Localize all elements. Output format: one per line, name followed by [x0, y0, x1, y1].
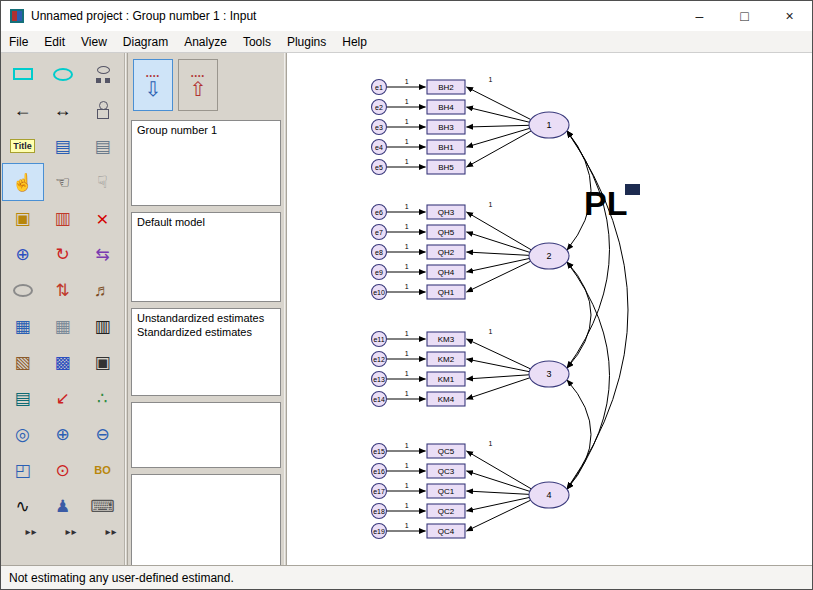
tool-path-diagram-outputs[interactable]: ∴: [83, 380, 123, 416]
tool-deselect-objects[interactable]: ☟: [83, 164, 123, 200]
tool-duplicate-objects[interactable]: ▣: [3, 200, 43, 236]
view-input-path-diagram-arrow-icon: ⇩: [145, 79, 162, 99]
tool-draw-unobserved-variable[interactable]: [43, 56, 83, 92]
menu-edit[interactable]: Edit: [36, 31, 73, 52]
tool-move-objects[interactable]: ▥: [43, 200, 83, 236]
tool-analysis-properties[interactable]: ▥: [83, 308, 123, 344]
tool-draw-observed-variable[interactable]: [3, 56, 43, 92]
menu-tools[interactable]: Tools: [235, 31, 279, 52]
tool-text-output[interactable]: ▤: [3, 380, 43, 416]
tool-magnify-region[interactable]: ⊙: [43, 452, 83, 488]
tool-add-unique-variable[interactable]: [83, 92, 123, 128]
indicator-label: BH1: [438, 143, 454, 152]
error-label: e15: [373, 448, 385, 455]
error-label: e10: [373, 289, 385, 296]
tool-save-diagram[interactable]: ▣: [83, 344, 123, 380]
menu-diagram[interactable]: Diagram: [115, 31, 176, 52]
tool-move-parameter-values[interactable]: ⊕: [3, 236, 43, 272]
menu-analyze[interactable]: Analyze: [176, 31, 235, 52]
tool-object-properties[interactable]: ▧: [3, 344, 43, 380]
tool-move-parameter[interactable]: [3, 272, 43, 308]
parameter-formats-list[interactable]: [131, 402, 281, 468]
toolbar-scroll-2[interactable]: ▸▸: [43, 524, 83, 560]
tool-zoom-in[interactable]: ⊕: [43, 416, 83, 452]
tool-list-variables-in-model[interactable]: ▤: [43, 128, 83, 164]
tool-resize-to-page[interactable]: ◎: [3, 416, 43, 452]
menu-plugins[interactable]: Plugins: [279, 31, 334, 52]
indicator-label: KM3: [438, 335, 455, 344]
tool-palette: ←↔Title▤▤☝☜☟▣▥×⊕↻⇆⇅♬▦▦▥▧▩▣▤↙∴◎⊕⊖◰⊙BO∿♟⌨▸…: [1, 53, 125, 565]
groups-list[interactable]: Group number 1: [131, 120, 281, 206]
path-diagram-outputs-icon: ∴: [97, 390, 108, 407]
computation-summary-list[interactable]: [131, 474, 281, 568]
tool-touch-up[interactable]: ♬: [83, 272, 123, 308]
toolbar-scroll-3[interactable]: ▸▸: [83, 524, 123, 560]
pl-logo-badge: [625, 184, 640, 195]
weight-label: 1: [405, 263, 409, 270]
title-bar: Unnamed project : Group number 1 : Input…: [1, 1, 812, 31]
error-label: e9: [375, 269, 383, 276]
move-parameter-values-icon: ⊕: [15, 246, 29, 263]
weight-label: 1: [489, 328, 493, 335]
weight-label: 1: [405, 78, 409, 85]
duplicate-objects-icon: ▣: [14, 210, 30, 227]
covariance-2-3[interactable]: [567, 262, 591, 368]
models-list-item[interactable]: Default model: [132, 215, 280, 229]
estimates-list-item[interactable]: Unstandardized estimates: [132, 311, 280, 325]
minimize-button[interactable]: –: [677, 1, 722, 31]
app-icon: [10, 9, 24, 23]
tool-select-data-files[interactable]: ▦: [3, 308, 43, 344]
tool-figure-title[interactable]: Title: [3, 128, 43, 164]
tool-scroll-diagram[interactable]: ⇅: [43, 272, 83, 308]
indicator-label: QC2: [438, 507, 455, 516]
indicator-label: BH2: [438, 83, 454, 92]
erase-objects-icon: ×: [96, 208, 108, 229]
tool-copy-to-clipboard[interactable]: ↙: [43, 380, 83, 416]
tool-zoom-out[interactable]: ⊖: [83, 416, 123, 452]
tool-reflect-indicators[interactable]: ⇆: [83, 236, 123, 272]
groups-list-item[interactable]: Group number 1: [132, 123, 280, 137]
covariance-3-4[interactable]: [567, 380, 591, 489]
toolbar-scroll-1[interactable]: ▸▸: [3, 524, 43, 560]
menu-view[interactable]: View: [73, 31, 115, 52]
estimates-list-item[interactable]: Standardized estimates: [132, 325, 280, 339]
analysis-properties-icon: ▥: [94, 318, 110, 335]
close-button[interactable]: ×: [767, 1, 812, 31]
indicator-label: QH3: [438, 208, 455, 217]
tool-select-all-objects[interactable]: ☜: [43, 164, 83, 200]
tool-print[interactable]: ⌨: [83, 488, 123, 524]
tool-define-estimand[interactable]: ∿: [3, 488, 43, 524]
tool-rotate-indicators[interactable]: ↻: [43, 236, 83, 272]
tool-bayesian-estimation[interactable]: BO: [83, 452, 123, 488]
tool-draw-path[interactable]: ←: [3, 92, 43, 128]
tool-erase-objects[interactable]: ×: [83, 200, 123, 236]
weight-label: 1: [489, 76, 493, 83]
status-text: Not estimating any user-defined estimand…: [9, 571, 234, 585]
view-output-path-diagram-button[interactable]: ••••⇧: [178, 59, 218, 111]
error-label: e6: [375, 209, 383, 216]
menu-file[interactable]: File: [1, 31, 36, 52]
maximize-button[interactable]: □: [722, 1, 767, 31]
models-list[interactable]: Default model: [131, 212, 281, 302]
magnify-region-icon: ⊙: [55, 462, 69, 479]
tool-data-recode[interactable]: ▦: [43, 308, 83, 344]
touch-up-icon: ♬: [94, 282, 111, 299]
tool-select-object[interactable]: ☝: [3, 164, 43, 200]
figure-title-icon: Title: [10, 139, 34, 153]
tool-list-variables-in-dataset[interactable]: ▤: [83, 128, 123, 164]
calculate-estimates-icon: ▩: [54, 354, 70, 371]
tool-show-entire-page[interactable]: ◰: [3, 452, 43, 488]
drawing-canvas[interactable]: 11e1BH21e2BH41e3BH31e4BH11e5BH5111e6QH31…: [287, 53, 812, 565]
weight-label: 1: [405, 442, 409, 449]
tool-draw-indicator-variable[interactable]: [83, 56, 123, 92]
menu-bar: FileEditViewDiagramAnalyzeToolsPluginsHe…: [1, 31, 812, 53]
draw-unobserved-variable-icon: [53, 68, 73, 81]
tool-draw-covariance[interactable]: ↔: [43, 92, 83, 128]
tool-multiple-group-analysis[interactable]: ♟: [43, 488, 83, 524]
add-unique-variable-icon: [96, 101, 110, 119]
tool-calculate-estimates[interactable]: ▩: [43, 344, 83, 380]
estimates-list[interactable]: Unstandardized estimatesStandardized est…: [131, 308, 281, 396]
menu-help[interactable]: Help: [334, 31, 375, 52]
view-input-path-diagram-button[interactable]: ••••⇩: [133, 59, 173, 111]
indicator-label: BH4: [438, 103, 454, 112]
